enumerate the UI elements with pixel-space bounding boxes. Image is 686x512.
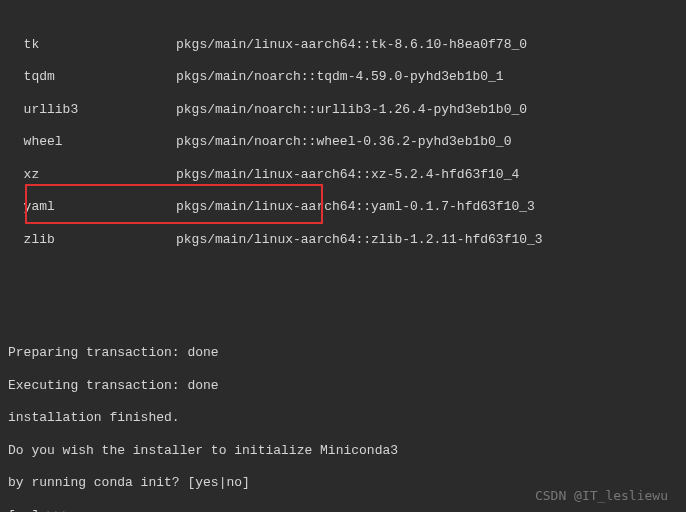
pkg-spec: pkgs/main/noarch::wheel-0.36.2-pyhd3eb1b… <box>176 134 511 150</box>
pkg-name: urllib3 <box>8 102 176 118</box>
pkg-spec: pkgs/main/linux-aarch64::xz-5.2.4-hfd63f… <box>176 167 519 183</box>
pkg-name: xz <box>8 167 176 183</box>
pkg-row: tqdmpkgs/main/noarch::tqdm-4.59.0-pyhd3e… <box>8 69 678 85</box>
pkg-name: tqdm <box>8 69 176 85</box>
init-prompt-line1: Do you wish the installer to initialize … <box>8 443 678 459</box>
pkg-row: yamlpkgs/main/linux-aarch64::yaml-0.1.7-… <box>8 199 678 215</box>
pkg-name: wheel <box>8 134 176 150</box>
pkg-spec: pkgs/main/noarch::urllib3-1.26.4-pyhd3eb… <box>176 102 527 118</box>
pkg-name: zlib <box>8 232 176 248</box>
pkg-spec: pkgs/main/linux-aarch64::yaml-0.1.7-hfd6… <box>176 199 535 215</box>
prepare-status: Preparing transaction: done <box>8 345 678 361</box>
pkg-name: tk <box>8 37 176 53</box>
pkg-spec: pkgs/main/linux-aarch64::zlib-1.2.11-hfd… <box>176 232 543 248</box>
install-status: installation finished. <box>8 410 678 426</box>
terminal-output: tkpkgs/main/linux-aarch64::tk-8.6.10-h8e… <box>8 4 678 512</box>
user-input-yes: yes <box>78 508 101 512</box>
pkg-row: zlibpkgs/main/linux-aarch64::zlib-1.2.11… <box>8 232 678 248</box>
package-list: tkpkgs/main/linux-aarch64::tk-8.6.10-h8e… <box>8 20 678 264</box>
pkg-name: yaml <box>8 199 176 215</box>
pkg-row: urllib3pkgs/main/noarch::urllib3-1.26.4-… <box>8 102 678 118</box>
pkg-row: wheelpkgs/main/noarch::wheel-0.36.2-pyhd… <box>8 134 678 150</box>
pkg-spec: pkgs/main/linux-aarch64::tk-8.6.10-h8ea0… <box>176 37 527 53</box>
init-prompt-answer[interactable]: [no] >>> yes <box>8 508 678 512</box>
pkg-row: tkpkgs/main/linux-aarch64::tk-8.6.10-h8e… <box>8 37 678 53</box>
pkg-spec: pkgs/main/noarch::tqdm-4.59.0-pyhd3eb1b0… <box>176 69 504 85</box>
init-prompt-line2: by running conda init? [yes|no] <box>8 475 678 491</box>
pkg-row: xzpkgs/main/linux-aarch64::xz-5.2.4-hfd6… <box>8 167 678 183</box>
execute-status: Executing transaction: done <box>8 378 678 394</box>
